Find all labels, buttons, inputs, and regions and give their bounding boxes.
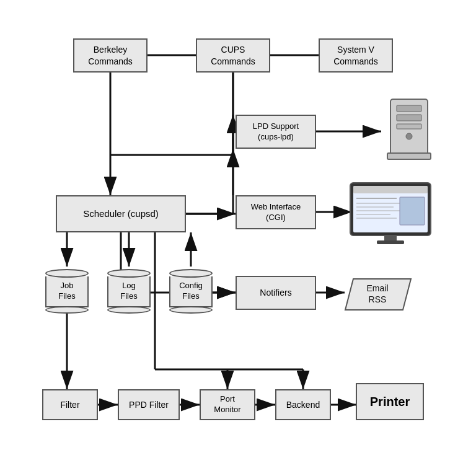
port-monitor-label: PortMonitor [214, 394, 240, 415]
printer-label: Printer [370, 394, 410, 410]
architecture-diagram: Berkeley Commands CUPSCommands System VC… [0, 0, 476, 476]
monitor-icon [347, 180, 434, 248]
cups-commands-box: CUPSCommands [196, 38, 270, 73]
log-files-label: LogFiles [120, 281, 137, 302]
email-rss-shape: Email RSS [344, 278, 406, 309]
svg-text:RSS: RSS [369, 294, 387, 304]
berkeley-commands-box: Berkeley Commands [73, 38, 148, 73]
ppd-filter-box: PPD Filter [118, 389, 180, 420]
lpd-support-box: LPD Support(cups-lpd) [236, 115, 316, 149]
notifiers-label: Notifiers [260, 287, 291, 298]
svg-rect-52 [377, 240, 404, 244]
svg-point-39 [406, 133, 412, 139]
lpd-support-label: LPD Support(cups-lpd) [253, 121, 299, 143]
systemv-commands-label: System VCommands [333, 44, 378, 66]
filter-label: Filter [60, 399, 79, 410]
berkeley-commands-label: Berkeley Commands [74, 44, 146, 66]
svg-rect-43 [353, 186, 428, 193]
job-files-label: JobFiles [58, 281, 75, 302]
filter-box: Filter [42, 389, 98, 420]
svg-rect-36 [397, 105, 421, 112]
scheduler-box: Scheduler (cupsd) [56, 195, 186, 232]
svg-text:Email: Email [366, 283, 388, 293]
cups-commands-label: CUPSCommands [211, 44, 255, 66]
svg-rect-50 [400, 197, 425, 225]
scheduler-label: Scheduler (cupsd) [83, 208, 159, 220]
svg-rect-40 [387, 153, 431, 159]
config-files-label: ConfigFiles [179, 281, 203, 302]
web-interface-label: Web Interface(CGI) [251, 202, 301, 223]
web-interface-box: Web Interface(CGI) [236, 195, 316, 229]
port-monitor-box: PortMonitor [200, 389, 255, 420]
log-files-cylinder: LogFiles [104, 267, 154, 316]
server-icon [378, 96, 440, 164]
systemv-commands-box: System VCommands [319, 38, 393, 73]
svg-rect-38 [397, 124, 421, 129]
ppd-filter-label: PPD Filter [129, 399, 169, 410]
svg-rect-37 [397, 115, 421, 121]
config-files-cylinder: ConfigFiles [166, 267, 216, 316]
backend-label: Backend [286, 399, 320, 410]
notifiers-box: Notifiers [236, 276, 316, 310]
backend-box: Backend [275, 389, 331, 420]
printer-box: Printer [356, 383, 424, 420]
job-files-cylinder: JobFiles [42, 267, 92, 316]
